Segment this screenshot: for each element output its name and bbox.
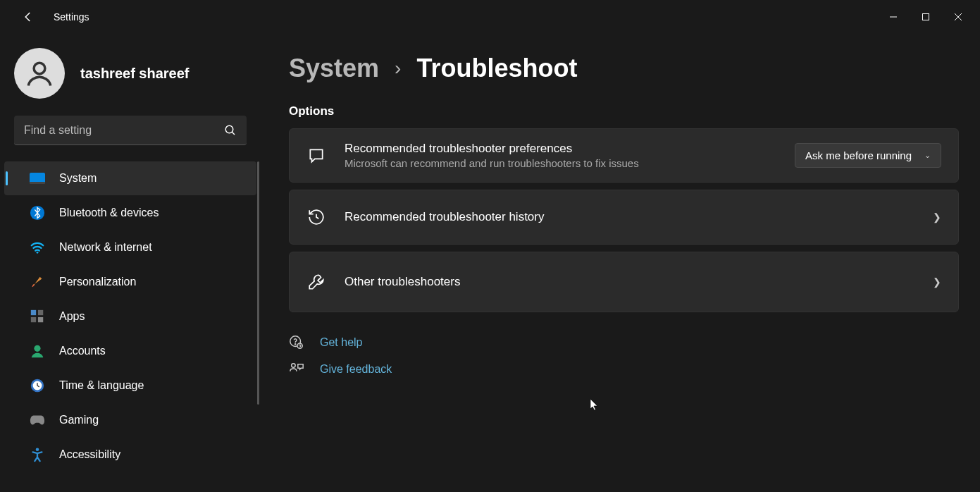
nav-label: Gaming [59,414,99,426]
svg-point-5 [225,125,233,133]
nav-label: Time & language [59,379,144,392]
accessibility-icon [30,447,45,462]
svg-point-20 [295,344,296,345]
maximize-button[interactable] [910,6,942,28]
svg-point-10 [37,252,39,254]
card-title: Other troubleshooters [345,275,914,289]
svg-rect-1 [923,14,929,20]
search-icon [224,124,237,137]
nav-item-apps[interactable]: Apps [4,300,256,333]
nav-item-accessibility[interactable]: Accessibility [4,438,256,472]
chevron-down-icon: ⌄ [924,151,931,160]
gamepad-icon [30,412,45,428]
card-other-troubleshooters[interactable]: Other troubleshooters ❯ [289,252,959,312]
card-troubleshooter-preferences: Recommended troubleshooter preferences M… [289,128,959,183]
svg-rect-13 [31,317,36,322]
feedback-icon [289,362,304,377]
breadcrumb: System › Troubleshoot [289,54,959,83]
nav-item-accounts[interactable]: Accounts [4,334,256,368]
svg-point-22 [292,364,296,368]
nav-item-network[interactable]: Network & internet [4,230,256,264]
svg-point-4 [34,63,45,74]
chevron-right-icon: › [395,57,401,80]
breadcrumb-current: Troubleshoot [416,54,577,83]
brush-icon [30,274,45,290]
back-button[interactable] [14,3,42,31]
nav-label: Personalization [59,276,136,288]
card-subtitle: Microsoft can recommend and run troubles… [345,157,776,169]
apps-icon [30,309,45,324]
svg-rect-7 [30,173,45,183]
svg-rect-8 [30,182,45,184]
username: tashreef shareef [80,66,190,82]
bluetooth-icon [30,205,45,221]
profile[interactable]: tashreef shareef [0,48,261,116]
system-icon [30,171,45,186]
nav-item-gaming[interactable]: Gaming [4,403,256,437]
nav-item-bluetooth[interactable]: Bluetooth & devices [4,196,256,230]
search-container [14,116,247,145]
window-controls [877,6,974,28]
minimize-button[interactable] [877,6,910,28]
svg-rect-12 [38,310,43,315]
avatar [14,48,65,99]
nav-label: Accounts [59,345,106,357]
breadcrumb-parent[interactable]: System [289,54,379,83]
nav-list: System Bluetooth & devices Network & int… [0,161,261,472]
svg-point-21 [297,343,302,348]
svg-rect-11 [31,310,36,315]
svg-line-6 [232,132,235,135]
preferences-dropdown[interactable]: Ask me before running ⌄ [795,143,941,168]
chat-icon [306,146,326,166]
nav-label: Apps [59,310,85,323]
get-help-link[interactable]: Get help [320,336,362,349]
main-content: System › Troubleshoot Options Recommende… [261,34,980,492]
person-icon [30,343,45,359]
wifi-icon [30,240,45,255]
nav-item-system[interactable]: System [4,161,256,195]
search-input[interactable] [14,116,247,145]
give-feedback-link[interactable]: Give feedback [320,363,392,376]
nav-label: Bluetooth & devices [59,207,159,219]
app-title: Settings [54,11,89,23]
help-icon [289,335,304,350]
section-options-label: Options [289,104,959,118]
clock-icon [30,378,45,393]
card-troubleshooter-history[interactable]: Recommended troubleshooter history ❯ [289,190,959,245]
nav-label: Network & internet [59,241,152,254]
nav-label: System [59,172,97,185]
titlebar: Settings [0,0,980,34]
wrench-icon [306,272,326,292]
svg-point-18 [36,448,39,451]
card-title: Recommended troubleshooter preferences [345,142,776,156]
dropdown-value: Ask me before running [805,149,912,161]
chevron-right-icon: ❯ [933,276,941,288]
help-links: Get help Give feedback [289,335,959,377]
card-title: Recommended troubleshooter history [345,210,914,224]
nav-item-time-language[interactable]: Time & language [4,369,256,402]
nav-label: Accessibility [59,448,120,461]
close-button[interactable] [942,6,974,28]
svg-point-15 [34,345,40,352]
nav-item-personalization[interactable]: Personalization [4,265,256,299]
svg-rect-14 [38,317,43,322]
history-icon [306,207,326,227]
chevron-right-icon: ❯ [933,211,941,223]
sidebar: tashreef shareef System Bluetooth & devi… [0,34,261,492]
